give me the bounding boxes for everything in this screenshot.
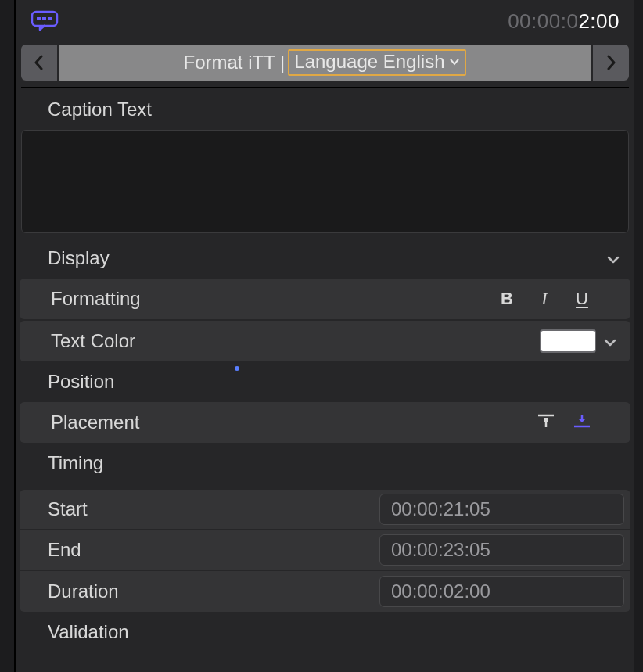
format-language-bar: Format iTT | Language English	[59, 45, 591, 81]
timing-row: Timing	[16, 443, 634, 483]
svg-rect-5	[544, 418, 548, 422]
duration-row: Duration 00:00:02:00	[20, 571, 630, 612]
caption-icon	[31, 10, 59, 34]
format-label: Format iTT |	[184, 52, 286, 74]
start-input[interactable]: 00:00:21:05	[379, 494, 624, 525]
position-label: Position	[48, 371, 114, 393]
position-row: Position	[16, 361, 634, 402]
svg-rect-1	[37, 17, 41, 20]
keyframe-dot-icon[interactable]	[235, 366, 239, 371]
end-label: End	[48, 539, 379, 561]
next-caption-button[interactable]	[593, 45, 629, 81]
formatting-label: Formatting	[51, 288, 141, 310]
formatting-buttons: B I U	[499, 289, 616, 309]
validation-label: Validation	[48, 621, 129, 643]
placement-top-button[interactable]	[537, 411, 555, 433]
playhead-timecode: 00:00:02:00	[508, 9, 620, 34]
end-row: End 00:00:23:05	[20, 530, 630, 571]
placement-row: Placement	[20, 402, 630, 443]
text-color-row: Text Color	[20, 321, 630, 361]
caption-text-label: Caption Text	[16, 88, 634, 130]
chevron-down-icon	[449, 58, 460, 66]
start-label: Start	[48, 498, 379, 520]
svg-rect-3	[48, 17, 52, 20]
duration-label: Duration	[48, 580, 379, 602]
italic-button[interactable]: I	[537, 289, 552, 309]
caption-inspector-panel: 00:00:02:00 Format iTT | Language Englis…	[14, 0, 634, 672]
bold-button[interactable]: B	[499, 289, 515, 309]
timing-label: Timing	[48, 452, 103, 474]
end-input[interactable]: 00:00:23:05	[379, 534, 624, 566]
prev-caption-button[interactable]	[21, 45, 57, 81]
display-label: Display	[48, 247, 110, 269]
display-row[interactable]: Display	[16, 238, 634, 279]
timing-fields: Start 00:00:21:05 End 00:00:23:05 Durati…	[20, 490, 630, 612]
svg-rect-2	[42, 17, 46, 20]
start-row: Start 00:00:21:05	[20, 490, 630, 530]
caption-nav-bar: Format iTT | Language English	[21, 45, 629, 81]
placement-label: Placement	[51, 411, 139, 433]
formatting-row: Formatting B I U	[20, 279, 630, 319]
language-select[interactable]: Language English	[288, 49, 466, 76]
placement-bottom-button[interactable]	[573, 411, 591, 433]
duration-input[interactable]: 00:00:02:00	[379, 576, 624, 607]
chevron-down-icon[interactable]	[604, 330, 616, 352]
underline-button[interactable]: U	[574, 289, 590, 309]
top-bar: 00:00:02:00	[16, 0, 634, 40]
text-color-swatch[interactable]	[540, 329, 596, 353]
text-color-label: Text Color	[51, 330, 135, 352]
validation-row: Validation	[16, 612, 634, 652]
caption-text-input[interactable]	[21, 130, 629, 233]
chevron-down-icon	[607, 247, 620, 269]
